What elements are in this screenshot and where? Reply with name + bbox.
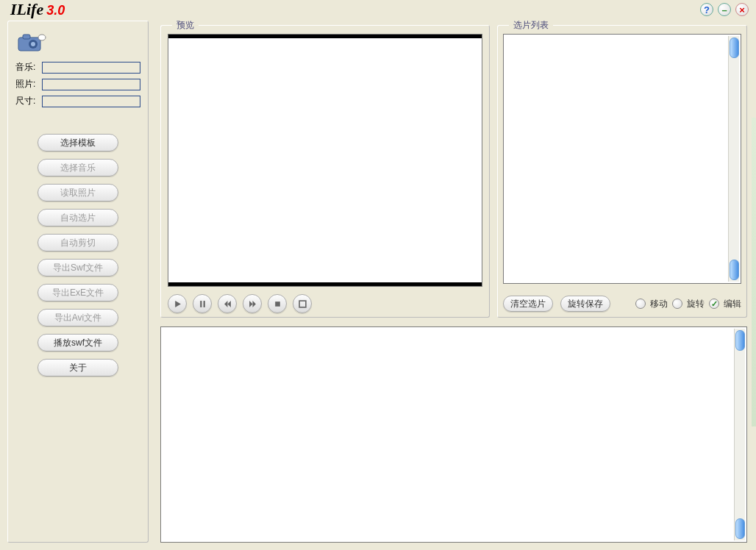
photo-label: 照片: bbox=[15, 78, 42, 90]
svg-marker-8 bbox=[224, 301, 227, 307]
bottom-scrollbar[interactable] bbox=[734, 329, 745, 540]
help-button[interactable]: ? bbox=[700, 3, 713, 16]
mode-move-label: 移动 bbox=[650, 298, 668, 310]
export-avi-button[interactable]: 导出Avi文件 bbox=[38, 309, 118, 326]
music-field[interactable] bbox=[42, 62, 140, 74]
export-swf-button[interactable]: 导出Swf文件 bbox=[38, 259, 118, 276]
selection-group: 选片列表 清空选片 旋转保存 移动 旋转 编辑 bbox=[497, 24, 747, 318]
fullscreen-button[interactable] bbox=[293, 294, 312, 313]
svg-marker-10 bbox=[249, 301, 252, 307]
size-label: 尺寸: bbox=[15, 95, 42, 107]
minimize-button[interactable]: – bbox=[718, 3, 731, 16]
forward-button[interactable] bbox=[243, 294, 262, 313]
play-button[interactable] bbox=[168, 294, 187, 313]
bottom-scroll-thumb-bottom[interactable] bbox=[735, 518, 745, 539]
svg-rect-13 bbox=[299, 301, 306, 307]
mode-edit-label: 编辑 bbox=[724, 298, 741, 310]
mode-move-radio[interactable] bbox=[635, 299, 646, 309]
mode-edit-radio[interactable] bbox=[709, 299, 719, 309]
svg-marker-9 bbox=[227, 301, 230, 307]
scroll-thumb-top[interactable] bbox=[730, 38, 739, 58]
play-controls bbox=[168, 294, 312, 313]
pause-button[interactable] bbox=[193, 294, 212, 313]
auto-select-button[interactable]: 自动选片 bbox=[38, 209, 118, 226]
photo-field[interactable] bbox=[42, 79, 140, 90]
close-button[interactable]: × bbox=[735, 3, 749, 16]
svg-marker-5 bbox=[175, 301, 181, 307]
stop-button[interactable] bbox=[268, 294, 287, 313]
rotate-save-button[interactable]: 旋转保存 bbox=[560, 296, 610, 312]
rewind-button[interactable] bbox=[218, 294, 237, 313]
bottom-scroll-thumb-top[interactable] bbox=[735, 330, 745, 351]
svg-point-4 bbox=[38, 35, 46, 40]
window-edge bbox=[752, 118, 756, 426]
svg-point-3 bbox=[31, 42, 35, 46]
clear-selection-button[interactable]: 清空选片 bbox=[503, 296, 553, 312]
svg-rect-1 bbox=[23, 35, 30, 39]
preview-canvas bbox=[168, 34, 482, 287]
svg-rect-7 bbox=[203, 301, 204, 307]
selection-scrollbar[interactable] bbox=[728, 36, 739, 282]
about-button[interactable]: 关于 bbox=[38, 359, 118, 376]
selection-list[interactable] bbox=[503, 34, 741, 284]
select-music-button[interactable]: 选择音乐 bbox=[38, 159, 118, 176]
export-exe-button[interactable]: 导出ExE文件 bbox=[38, 284, 118, 301]
auto-crop-button[interactable]: 自动剪切 bbox=[38, 234, 118, 251]
scroll-thumb-bottom[interactable] bbox=[730, 260, 739, 280]
mode-rotate-radio[interactable] bbox=[672, 299, 682, 309]
size-field[interactable] bbox=[42, 96, 140, 107]
preview-group: 预览 bbox=[160, 24, 490, 318]
svg-rect-6 bbox=[200, 301, 202, 307]
read-photos-button[interactable]: 读取照片 bbox=[38, 184, 118, 201]
app-logo: ILife 3.0 bbox=[10, 0, 65, 19]
selection-title: 选片列表 bbox=[509, 19, 553, 32]
svg-rect-12 bbox=[275, 301, 280, 307]
svg-marker-11 bbox=[252, 301, 255, 307]
camera-icon bbox=[15, 30, 48, 54]
app-name: ILife bbox=[10, 0, 43, 19]
sidebar-button-stack: 选择模板 选择音乐 读取照片 自动选片 自动剪切 导出Swf文件 导出ExE文件… bbox=[15, 134, 140, 376]
music-label: 音乐: bbox=[15, 61, 42, 74]
mode-rotate-label: 旋转 bbox=[687, 298, 705, 310]
select-template-button[interactable]: 选择模板 bbox=[38, 134, 118, 151]
app-version: 3.0 bbox=[46, 3, 65, 18]
bottom-panel[interactable] bbox=[160, 326, 747, 543]
play-swf-button[interactable]: 播放swf文件 bbox=[38, 334, 118, 351]
preview-title: 预览 bbox=[172, 19, 199, 32]
sidebar-panel: 音乐: 照片: 尺寸: 选择模板 选择音乐 读取照片 自动选片 自动剪切 导出S… bbox=[7, 21, 149, 543]
